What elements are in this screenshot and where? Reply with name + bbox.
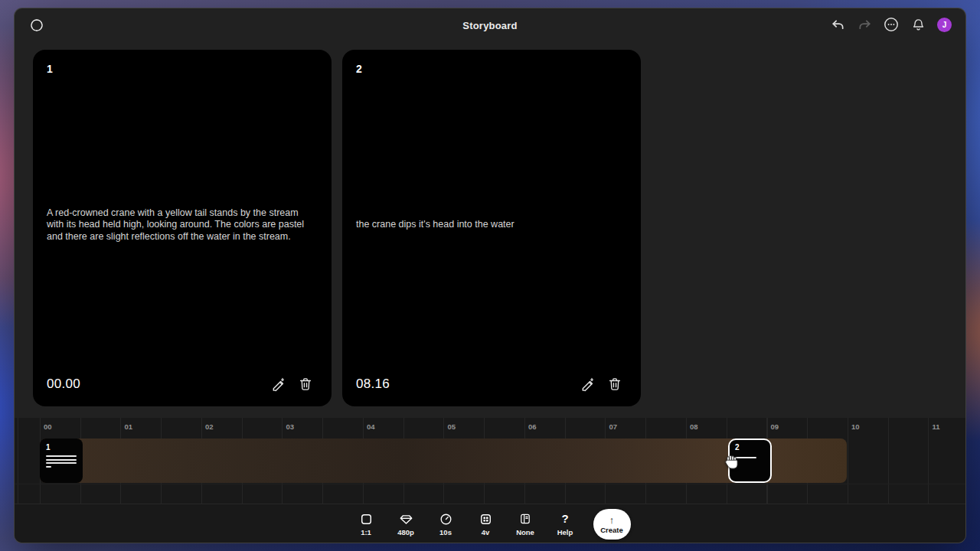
timeline-tick-label: 00 <box>44 422 52 431</box>
timeline-ruler: 00 01 02 03 04 05 06 07 08 09 10 11 <box>15 418 965 438</box>
aspect-ratio-button[interactable]: 1:1 <box>350 512 383 536</box>
timeline-tick-label: 06 <box>528 422 537 431</box>
app-window: Storyboard <box>14 8 966 543</box>
clip-label: 2 <box>735 443 765 452</box>
timeline-lower-row[interactable] <box>15 484 965 504</box>
resolution-label: 480p <box>397 528 414 536</box>
help-label: Help <box>557 528 573 536</box>
duration-label: 10s <box>439 528 452 536</box>
card-timestamp: 08.16 <box>356 377 390 392</box>
clip-text-lines-icon <box>46 455 77 468</box>
storyboard-card[interactable]: 2 the crane dips it's head into the wate… <box>342 50 641 406</box>
variations-button[interactable]: 4v <box>469 512 502 536</box>
card-timestamp: 00.00 <box>47 377 80 392</box>
top-bar: Storyboard <box>15 8 965 51</box>
top-actions: J <box>830 17 952 32</box>
preset-button[interactable]: None <box>509 512 542 536</box>
delete-card-icon[interactable] <box>606 377 622 393</box>
timeline-tick-label: 08 <box>690 422 698 431</box>
more-options-icon[interactable] <box>884 17 899 32</box>
storyboard-card[interactable]: 1 A red-crowned crane with a yellow tail… <box>33 50 332 406</box>
timeline-tick-label: 11 <box>933 422 940 431</box>
timeline-tick-label: 09 <box>771 422 779 431</box>
timeline-tick-label: 04 <box>367 422 375 431</box>
create-button[interactable]: ↑ Create <box>593 509 631 540</box>
card-prompt-text[interactable]: A red-crowned crane with a yellow tail s… <box>47 207 312 243</box>
timeline-tick-label: 05 <box>448 422 456 431</box>
aspect-ratio-icon <box>360 512 373 526</box>
card-index: 1 <box>47 63 318 75</box>
timeline-tick-label: 01 <box>125 422 133 431</box>
edit-prompt-icon[interactable] <box>580 377 596 393</box>
settings-toolbar: 1:1 480p 10s <box>15 504 965 543</box>
timeline-clip-band[interactable] <box>40 439 847 483</box>
timeline-tick-label: 03 <box>286 422 295 431</box>
resolution-gem-icon <box>399 512 413 526</box>
help-button[interactable]: ? Help <box>549 512 582 536</box>
clip-text-lines-icon <box>735 457 765 458</box>
timeline-clip-1[interactable]: 1 <box>40 439 83 483</box>
clip-label: 1 <box>46 443 77 452</box>
duration-button[interactable]: 10s <box>430 512 462 536</box>
help-icon: ? <box>561 512 568 526</box>
notifications-bell-icon[interactable] <box>910 17 926 32</box>
timeline[interactable]: 00 01 02 03 04 05 06 07 08 09 10 11 <box>15 418 965 504</box>
duration-clock-icon <box>439 512 452 526</box>
timeline-track: 1 2 <box>15 438 965 484</box>
card-footer: 00.00 <box>47 375 318 393</box>
timeline-tick-label: 07 <box>609 422 618 431</box>
page-title: Storyboard <box>15 20 965 31</box>
variations-label: 4v <box>482 528 490 536</box>
redo-icon[interactable] <box>857 17 872 32</box>
create-button-label: Create <box>600 526 623 534</box>
card-index: 2 <box>356 63 627 75</box>
timeline-tick-label: 02 <box>205 422 214 431</box>
delete-card-icon[interactable] <box>297 377 313 393</box>
card-footer: 08.16 <box>356 375 627 393</box>
edit-prompt-icon[interactable] <box>270 377 286 393</box>
up-arrow-icon: ↑ <box>609 515 615 526</box>
timeline-clip-2[interactable]: 2 <box>728 439 772 483</box>
aspect-ratio-label: 1:1 <box>361 528 371 536</box>
user-avatar[interactable]: J <box>937 18 952 32</box>
preset-notebook-icon <box>519 512 531 526</box>
timeline-tick-label: 10 <box>851 422 860 431</box>
storyboard-cards: 1 A red-crowned crane with a yellow tail… <box>33 50 641 406</box>
undo-icon[interactable] <box>830 17 845 32</box>
preset-label: None <box>516 528 534 536</box>
card-prompt-text[interactable]: the crane dips it's head into the water <box>356 219 621 231</box>
resolution-button[interactable]: 480p <box>390 512 423 536</box>
variations-grid-icon <box>479 512 492 526</box>
